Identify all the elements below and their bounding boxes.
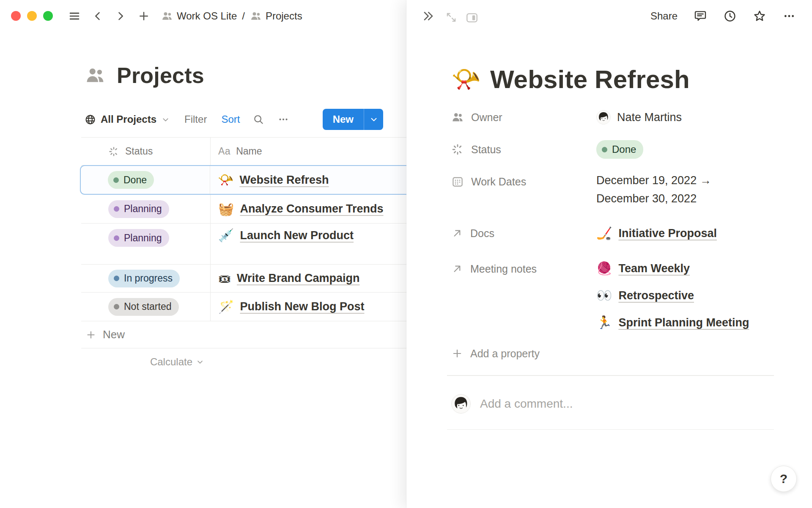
status-cell[interactable]: Done [81, 166, 210, 194]
side-peek-mode-icon[interactable] [465, 11, 475, 21]
page-emoji[interactable]: 📯 [451, 67, 481, 91]
status-badge[interactable]: Done [108, 171, 154, 189]
new-button-dropdown[interactable] [364, 109, 383, 130]
page-emoji: 🏒 [596, 227, 612, 240]
name-cell[interactable]: 💉 Launch New Product [210, 224, 406, 264]
calculate-button[interactable]: Calculate [81, 348, 210, 375]
page-emoji: 👀 [596, 289, 612, 302]
relation-link[interactable]: 👀 Retrospective [596, 286, 749, 305]
page-emoji: 🎟 [218, 272, 231, 285]
updates-history-icon[interactable] [723, 9, 737, 23]
help-button[interactable]: ? [771, 466, 797, 492]
status-badge[interactable]: Planning [108, 229, 169, 247]
expand-page-icon[interactable] [445, 11, 455, 21]
relation-link[interactable]: 🏃 Sprint Planning Meeting [596, 313, 749, 332]
sidebar-menu-icon[interactable] [68, 10, 81, 22]
meeting-notes-label-text: Meeting notes [470, 263, 537, 275]
close-peek-icon[interactable] [422, 10, 434, 22]
table-row[interactable]: In progress 🎟 Write Brand Campaign [81, 265, 406, 293]
divider [447, 375, 774, 376]
column-header-status[interactable]: Status [81, 138, 210, 165]
table-row[interactable]: Done 📯 Website Refresh [80, 165, 406, 195]
status-cell[interactable]: Not started [81, 293, 210, 321]
page-link[interactable]: Publish New Blog Post [240, 300, 364, 313]
sort-button[interactable]: Sort [221, 113, 240, 125]
page-link[interactable]: Team Weekly [618, 262, 690, 275]
page-emoji: 🏃 [596, 316, 612, 329]
work-dates-property-label[interactable]: Work Dates [451, 171, 596, 192]
arrow-up-right-icon [451, 227, 463, 239]
work-dates-value[interactable]: December 19, 2022 → December 30, 2022 [596, 171, 711, 208]
close-window-button[interactable] [11, 11, 21, 21]
new-row-button[interactable]: New [81, 321, 406, 348]
more-options-icon[interactable] [782, 9, 796, 23]
more-options-icon[interactable] [277, 113, 290, 126]
breadcrumb-workspace[interactable]: Work OS Lite [161, 10, 237, 22]
docs-value: 🏒 Initiative Proposal [596, 223, 717, 243]
page-link[interactable]: Website Refresh [239, 174, 329, 187]
column-header-name[interactable]: Aa Name [210, 138, 406, 165]
page-link[interactable]: Retrospective [618, 289, 694, 302]
comment-input[interactable]: Add a comment... [451, 393, 774, 415]
page-link[interactable]: Sprint Planning Meeting [618, 316, 749, 329]
status-cell[interactable]: Planning [81, 224, 210, 264]
relation-link[interactable]: 🧶 Team Weekly [596, 259, 749, 278]
filter-button[interactable]: Filter [184, 113, 207, 125]
add-property-button[interactable]: Add a property [451, 343, 774, 364]
name-cell[interactable]: 📯 Website Refresh [210, 166, 406, 194]
view-toolbar: All Projects Filter Sort New [85, 108, 383, 130]
owner-value[interactable]: Nate Martins [596, 107, 682, 127]
panel-actions: Share [650, 9, 796, 23]
page-link[interactable]: Launch New Product [240, 229, 354, 242]
search-icon[interactable] [252, 113, 264, 125]
new-page-icon[interactable] [137, 10, 150, 22]
status-property-label[interactable]: Status [451, 139, 596, 160]
owner-label-text: Owner [471, 111, 502, 124]
people-icon [85, 65, 106, 86]
panel-page-title: Website Refresh [490, 65, 690, 94]
table-row[interactable]: Not started 🪄 Publish New Blog Post [81, 293, 406, 321]
calendar-icon [451, 175, 464, 188]
panel-page-header: 📯 Website Refresh [451, 62, 774, 96]
view-selector-label: All Projects [101, 113, 156, 125]
owner-name: Nate Martins [617, 111, 682, 124]
page-title: Projects [117, 63, 204, 88]
breadcrumb-page[interactable]: Projects [250, 10, 302, 22]
meeting-notes-property-label[interactable]: Meeting notes [451, 259, 596, 279]
side-peek-panel: Share 📯 Website Refresh [406, 0, 812, 508]
page-emoji: 📯 [218, 174, 233, 186]
panel-toolbar: Share [406, 0, 812, 32]
page-link[interactable]: Write Brand Campaign [237, 272, 360, 285]
owner-property-label[interactable]: Owner [451, 107, 596, 127]
status-cell[interactable]: In progress [81, 265, 210, 292]
table-row[interactable]: Planning 💉 Launch New Product [81, 224, 406, 265]
relation-link[interactable]: 🏒 Initiative Proposal [596, 224, 717, 243]
name-cell[interactable]: 🧺 Analyze Consumer Trends [210, 195, 406, 223]
chevron-down-icon [161, 115, 170, 124]
globe-icon [85, 114, 96, 125]
comments-icon[interactable] [694, 9, 707, 23]
zoom-window-button[interactable] [43, 11, 53, 21]
new-button[interactable]: New [323, 109, 364, 130]
name-cell[interactable]: 🎟 Write Brand Campaign [210, 265, 406, 292]
view-selector[interactable]: All Projects [85, 113, 170, 125]
status-badge[interactable]: Not started [108, 298, 179, 316]
page-link[interactable]: Analyze Consumer Trends [240, 202, 383, 215]
forward-icon[interactable] [115, 10, 126, 22]
docs-property-label[interactable]: Docs [451, 223, 596, 243]
status-badge[interactable]: Planning [108, 200, 169, 218]
name-cell[interactable]: 🪄 Publish New Blog Post [210, 293, 406, 321]
status-dot [114, 235, 119, 241]
minimize-window-button[interactable] [27, 11, 37, 21]
table-row[interactable]: Planning 🧺 Analyze Consumer Trends [81, 195, 406, 224]
status-value[interactable]: Done [596, 139, 643, 160]
traffic-lights [11, 11, 53, 21]
status-cell[interactable]: Planning [81, 195, 210, 223]
share-button[interactable]: Share [650, 10, 678, 22]
page-link[interactable]: Initiative Proposal [618, 227, 717, 240]
favorite-star-icon[interactable] [753, 9, 766, 23]
status-badge-label: In progress [124, 273, 173, 284]
status-badge[interactable]: In progress [108, 270, 180, 287]
back-icon[interactable] [92, 10, 104, 22]
status-badge[interactable]: Done [596, 140, 643, 159]
